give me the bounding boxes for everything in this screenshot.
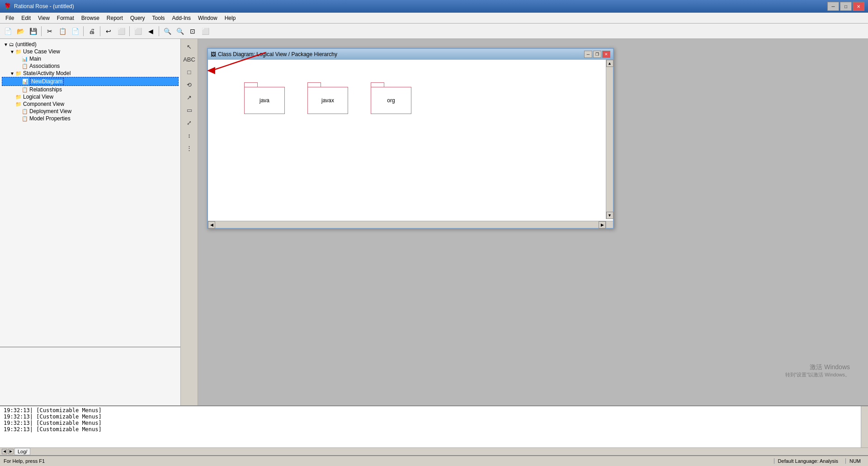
shape-tool[interactable]: ▭	[184, 104, 195, 116]
status-num: NUM	[845, 458, 864, 464]
log-prev-button[interactable]: ◀	[2, 449, 7, 454]
package-org[interactable]: org	[371, 82, 420, 119]
menu-item-file[interactable]: File	[2, 14, 18, 22]
log-entry: 19:32:13| [Customizable Menus]	[4, 407, 857, 414]
log-next-button[interactable]: ▶	[8, 449, 14, 454]
package-javax[interactable]: javax	[307, 82, 357, 119]
menu-item-query[interactable]: Query	[127, 14, 149, 22]
arrow-tool[interactable]: ↗	[184, 91, 195, 103]
tree-expand-state-activity-model[interactable]: ▼	[9, 71, 15, 76]
watermark-line2: 转到"设置"以激活 Windows。	[785, 371, 850, 378]
tree-item-relationships[interactable]: 📋Relationships	[2, 86, 179, 93]
scroll-track-vertical[interactable]	[606, 67, 613, 212]
tree-item-component-view[interactable]: 📁Component View	[2, 100, 179, 108]
tree-item-deployment-view[interactable]: 📋Deployment View	[2, 108, 179, 115]
toolbar-btn-fit[interactable]: ⊡	[187, 25, 198, 37]
minimize-button[interactable]: ─	[827, 2, 839, 11]
menu-item-browse[interactable]: Browse	[78, 14, 103, 22]
menu-item-format[interactable]: Format	[53, 14, 78, 22]
toolbar-btn-paste[interactable]: 📄	[69, 25, 81, 37]
toolbar-btn-open[interactable]: 📂	[14, 25, 26, 37]
tree-label-deployment-view: Deployment View	[29, 108, 71, 114]
log-tabs: ◀ ▶ Log/	[0, 447, 868, 455]
toolbar-btn-back[interactable]: ◀	[145, 25, 156, 37]
menu-item-report[interactable]: Report	[103, 14, 127, 22]
mdi-controls[interactable]: ─ ❐ ✕	[584, 51, 610, 58]
mdi-window[interactable]: 🖼 Class Diagram: Logical View / Package …	[207, 48, 614, 229]
toolbar-btn-page[interactable]: ⬜	[199, 25, 211, 37]
more-tool[interactable]: ⋮	[184, 142, 195, 154]
package-java[interactable]: java	[244, 82, 294, 119]
scroll-down-button[interactable]: ▼	[606, 212, 613, 219]
log-tab[interactable]: Log/	[14, 448, 30, 455]
watermark: 激活 Windows 转到"设置"以激活 Windows。	[785, 363, 850, 378]
toolbar-btn-copy[interactable]: 📋	[57, 25, 68, 37]
tree-expand-root[interactable]: ▼	[3, 42, 9, 47]
select-tool[interactable]: ↖	[184, 41, 195, 52]
toolbar-btn-cut[interactable]: ✂	[44, 25, 56, 37]
tree-label-associations: Associations	[29, 63, 60, 69]
tree-label-state-activity-model: State/Activity Model	[23, 70, 71, 76]
tree-item-new-diagram[interactable]: 📊NewDiagram	[2, 77, 179, 86]
mdi-scrollbar-vertical[interactable]: ▲ ▼	[606, 60, 613, 219]
toolbar-btn-save[interactable]: 💾	[27, 25, 39, 37]
scroll-up-button[interactable]: ▲	[606, 60, 613, 67]
tree-item-associations[interactable]: 📋Associations	[2, 62, 179, 70]
menu-item-help[interactable]: Help	[221, 14, 240, 22]
mdi-title-bar[interactable]: 🖼 Class Diagram: Logical View / Package …	[208, 49, 613, 60]
menu-item-window[interactable]: Window	[194, 14, 221, 22]
tree-item-main[interactable]: 📊Main	[2, 55, 179, 62]
mdi-content: javajavaxorg	[208, 60, 613, 219]
maximize-button[interactable]: □	[840, 2, 852, 11]
mdi-icon: 🖼	[211, 51, 216, 57]
tree-item-logical-view[interactable]: 📁Logical View	[2, 93, 179, 100]
toolbar-btn-zoomout[interactable]: 🔍	[174, 25, 186, 37]
toolbar-btn-sel[interactable]: ⬜	[115, 25, 127, 37]
log-entry: 19:32:13| [Customizable Menus]	[4, 414, 857, 420]
tree-label-use-case-view: Use Case View	[23, 48, 60, 55]
tree-item-state-activity-model[interactable]: ▼📁State/Activity Model	[2, 70, 179, 77]
tree-expand-use-case-view[interactable]: ▼	[9, 49, 15, 54]
app-title: Rational Rose - (untitled)	[14, 3, 74, 10]
log-scrollbar[interactable]	[861, 406, 868, 447]
scroll-right-button[interactable]: ▶	[599, 221, 606, 228]
menu-item-view[interactable]: View	[34, 14, 53, 22]
toolbar-btn-new[interactable]: 📄	[2, 25, 14, 37]
tree-item-model-properties[interactable]: 📋Model Properties	[2, 115, 179, 122]
title-bar-controls[interactable]: ─ □ ✕	[827, 2, 864, 11]
tree-item-use-case-view[interactable]: ▼📁Use Case View	[2, 48, 179, 55]
scroll-left-button[interactable]: ◀	[208, 221, 215, 228]
bottom-left-panel	[0, 347, 180, 405]
tree-icon-root: 🗂	[9, 42, 14, 47]
package-body-java: java	[244, 87, 285, 114]
menu-item-edit[interactable]: Edit	[18, 14, 34, 22]
mdi-minimize-button[interactable]: ─	[584, 51, 592, 58]
text-tool[interactable]: ABC	[184, 53, 195, 65]
mdi-restore-button[interactable]: ❐	[593, 51, 601, 58]
toolbar-btn-sel2[interactable]: ⬜	[132, 25, 144, 37]
expand-tool[interactable]: ⤢	[184, 117, 195, 128]
tree-root[interactable]: ▼🗂(untitled)	[2, 41, 179, 48]
rotate-tool[interactable]: ⟲	[184, 79, 195, 90]
mdi-close-button[interactable]: ✕	[602, 51, 610, 58]
status-right: Default Language: Analysis NUM	[774, 458, 864, 464]
status-left: For Help, press F1	[4, 458, 45, 464]
toolbar-btn-undo[interactable]: ↩	[103, 25, 114, 37]
tree-panel: ▼🗂(untitled)▼📁Use Case View📊Main📋Associa…	[0, 39, 180, 347]
menu-item-tools[interactable]: Tools	[149, 14, 169, 22]
status-language: Default Language: Analysis	[774, 458, 842, 464]
main-layout: ▼🗂(untitled)▼📁Use Case View📊Main📋Associa…	[0, 39, 868, 405]
tree-icon-model-properties: 📋	[22, 116, 28, 122]
package-body-org: org	[371, 87, 411, 114]
scroll-track-horizontal[interactable]	[215, 221, 599, 228]
resize-tool[interactable]: ↕	[184, 129, 195, 141]
tree-icon-associations: 📋	[22, 63, 28, 69]
toolbar-btn-zoomin[interactable]: 🔍	[161, 25, 173, 37]
menu-item-add-ins[interactable]: Add-Ins	[169, 14, 194, 22]
mdi-scrollbar-horizontal[interactable]: ◀ ▶	[208, 221, 606, 228]
rectangle-tool[interactable]: □	[184, 66, 195, 78]
close-button[interactable]: ✕	[853, 2, 864, 11]
log-row: 19:32:13| [Customizable Menus]19:32:13| …	[0, 406, 868, 447]
log-entry: 19:32:13| [Customizable Menus]	[4, 420, 857, 426]
toolbar-btn-print[interactable]: 🖨	[86, 25, 98, 37]
